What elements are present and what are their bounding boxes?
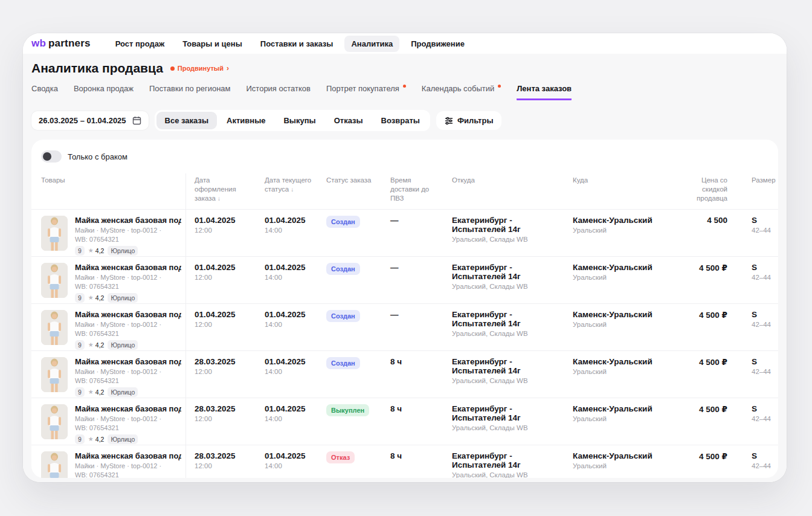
order-time: 12:00	[195, 321, 250, 328]
status-date-cell: 01.04.2025 14:00	[256, 398, 318, 445]
to-subtitle: Уральский	[573, 415, 666, 422]
segment-button[interactable]: Активные	[218, 112, 274, 129]
orders-table-card: Только с браком ТоварыДата оформления за…	[31, 140, 778, 478]
status-badge: Создан	[326, 216, 360, 228]
date-range-value: 26.03.2025 – 01.04.2025	[39, 116, 126, 125]
tab-label: Календарь событий	[422, 84, 494, 93]
plan-link[interactable]: Продвинутый ›	[170, 64, 229, 73]
from-cell: Екатеринбург - Испытателей 14г Уральский…	[443, 398, 564, 445]
nav-item[interactable]: Продвижение	[404, 36, 471, 52]
from-cell: Екатеринбург - Испытателей 14г Уральский…	[443, 351, 564, 398]
segment-button[interactable]: Возвраты	[373, 112, 428, 129]
from-subtitle: Уральский, Склады WB	[452, 471, 558, 478]
to-subtitle: Уральский	[573, 321, 666, 328]
product-wb-article: WB: 07654321	[75, 283, 181, 290]
from-subtitle: Уральский, Склады WB	[452, 236, 558, 243]
app-window: wbpartners Рост продажТовары и ценыПоста…	[23, 33, 787, 482]
nav-item[interactable]: Рост продаж	[109, 36, 172, 52]
size-label: S	[752, 451, 772, 460]
order-type-segments: Все заказыАктивныеВыкупыОтказыВозвраты	[155, 110, 430, 131]
order-date: 28.03.2025	[195, 357, 250, 366]
price-value: 4 500 ₽	[680, 451, 727, 461]
product-cell: Майка женская базовая под пи... Майки · …	[31, 257, 186, 303]
product-info: Майка женская базовая под пи... Майки · …	[75, 404, 181, 445]
column-header-order-date[interactable]: Дата оформления заказа↓	[186, 173, 256, 209]
order-time: 12:00	[195, 227, 250, 234]
nav-item-label: Продвижение	[411, 39, 465, 48]
delivery-time: 8 ч	[390, 404, 437, 413]
from-cell: Екатеринбург - Испытателей 14г Уральский…	[443, 257, 564, 303]
price-cell: 4 500 ₽	[672, 304, 730, 350]
to-title: Каменск-Уральский	[573, 263, 666, 272]
from-subtitle: Уральский, Склады WB	[452, 424, 558, 431]
tab[interactable]: История остатков	[246, 84, 311, 100]
to-title: Каменск-Уральский	[573, 404, 666, 413]
tab[interactable]: Календарь событий	[422, 84, 501, 100]
segment-button[interactable]: Отказы	[326, 112, 372, 129]
to-subtitle: Уральский	[573, 462, 666, 469]
table-row[interactable]: Майка женская базовая под пи... Майки · …	[31, 398, 778, 445]
table-row[interactable]: Майка женская базовая под пи... Майки · …	[31, 445, 778, 478]
product-wb-article: WB: 07654321	[75, 424, 181, 431]
price-cell: 4 500	[672, 210, 730, 256]
tab[interactable]: Воронка продаж	[74, 84, 134, 100]
product-photo-placeholder	[41, 310, 68, 345]
status-date: 01.04.2025	[265, 451, 312, 460]
from-title: Екатеринбург - Испытателей 14г	[452, 357, 558, 375]
status-date-cell: 01.04.2025 14:00	[256, 257, 318, 303]
product-rating-value: 4,2	[95, 247, 105, 254]
tab-label: История остатков	[246, 84, 311, 93]
tab[interactable]: Портрет покупателя	[326, 84, 406, 100]
column-header-status: Статус заказа	[318, 173, 382, 209]
nav-item[interactable]: Аналитика	[344, 36, 399, 52]
table-header: ТоварыДата оформления заказа↓Дата текуще…	[31, 173, 778, 210]
star-icon: ★	[88, 294, 94, 301]
column-header-product: Товары	[31, 173, 186, 209]
product-image	[41, 357, 68, 392]
nav-item[interactable]: Поставки и заказы	[254, 36, 340, 52]
defect-toggle[interactable]	[41, 150, 62, 163]
tab-label: Воронка продаж	[74, 84, 134, 93]
to-title: Каменск-Уральский	[573, 357, 666, 366]
size-cell: S 42–44	[730, 351, 778, 398]
date-range-picker[interactable]: 26.03.2025 – 01.04.2025	[31, 111, 149, 130]
filters-button[interactable]: Фильтры	[436, 111, 502, 130]
table-row[interactable]: Майка женская базовая под пи... Майки · …	[31, 257, 778, 304]
product-info: Майка женская базовая под пи... Майки · …	[75, 263, 181, 303]
to-cell: Каменск-Уральский Уральский	[564, 445, 672, 478]
product-badges: 9 ★4,2 Юрлицо	[75, 293, 181, 303]
sort-descending-icon: ↓	[291, 186, 294, 193]
tab[interactable]: Сводка	[31, 84, 58, 100]
column-header-status-date[interactable]: Дата текущего статуса↓	[256, 173, 318, 209]
product-title: Майка женская базовая под пи...	[75, 263, 181, 272]
size-cell: S 42–44	[730, 257, 778, 303]
order-date: 28.03.2025	[195, 404, 250, 413]
segment-label: Возвраты	[381, 116, 420, 125]
segment-button[interactable]: Все заказы	[156, 112, 217, 129]
status-badge: Создан	[326, 310, 360, 322]
nav-item[interactable]: Товары и цены	[176, 36, 249, 52]
to-title: Каменск-Уральский	[573, 451, 666, 460]
table-row[interactable]: Майка женская базовая под пи... Майки · …	[31, 304, 778, 351]
segment-label: Активные	[227, 116, 265, 125]
order-date-cell: 01.04.2025 12:00	[186, 257, 256, 303]
size-range: 42–44	[752, 321, 772, 328]
column-header-label: Статус заказа	[326, 176, 371, 184]
product-entity-badge: Юрлицо	[108, 340, 138, 350]
status-time: 14:00	[265, 274, 312, 281]
star-icon: ★	[88, 247, 94, 254]
column-header-price: Цена со скидкой продавца	[672, 173, 730, 209]
price-value: 4 500 ₽	[680, 404, 727, 414]
product-info: Майка женская базовая под пи... Майки · …	[75, 451, 181, 478]
product-image	[41, 451, 68, 478]
table-row[interactable]: Майка женская базовая под пи... Майки · …	[31, 351, 778, 398]
table-row[interactable]: Майка женская базовая под пи... Майки · …	[31, 210, 778, 257]
tab[interactable]: Лента заказов	[517, 84, 572, 100]
segment-button[interactable]: Выкупы	[275, 112, 324, 129]
wb-partners-logo[interactable]: wbpartners	[31, 37, 91, 50]
product-rating: ★4,2	[88, 294, 105, 302]
product-entity-badge: Юрлицо	[108, 434, 138, 444]
status-date-cell: 01.04.2025 14:00	[256, 351, 318, 398]
product-info: Майка женская базовая под пи... Майки · …	[75, 216, 181, 256]
tab[interactable]: Поставки по регионам	[149, 84, 231, 100]
